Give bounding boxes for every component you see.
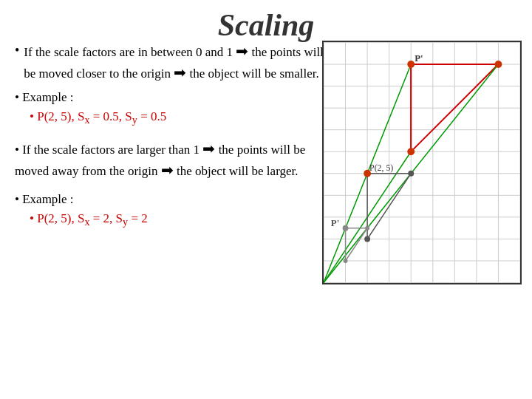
bullet2: • If the scale factors are larger than 1… [15, 138, 325, 181]
svg-point-39 [365, 226, 369, 231]
bullet2-text: • If the scale factors are larger than 1… [15, 143, 305, 178]
svg-text:P': P' [415, 53, 423, 64]
example1-sub: • P(2, 5), Sx = 0.5, Sy = 0.5 [30, 109, 166, 123]
bullet1-text: If the scale factors are in between 0 an… [24, 41, 325, 83]
page-title: Scaling [15, 7, 517, 43]
svg-point-35 [407, 148, 415, 155]
svg-point-33 [407, 61, 415, 68]
example2-section: • Example : • P(2, 5), Sx = 2, Sy = 2 [15, 190, 325, 230]
svg-point-40 [344, 259, 348, 263]
graph-svg: P' P(2, 5) P' [324, 42, 520, 283]
page: Scaling • If the scale factors are in be… [0, 0, 532, 399]
grid-container: P' P(2, 5) P' [322, 41, 522, 284]
svg-point-32 [364, 170, 371, 177]
example2-sub: • P(2, 5), Sx = 2, Sy = 2 [30, 211, 148, 225]
svg-text:P(2, 5): P(2, 5) [369, 163, 393, 173]
svg-point-34 [495, 61, 502, 68]
svg-text:P': P' [331, 218, 339, 228]
svg-point-37 [408, 171, 414, 177]
example1-section: • Example : • P(2, 5), Sx = 0.5, Sy = 0.… [15, 88, 325, 128]
svg-point-38 [364, 236, 370, 242]
bullet1: • If the scale factors are in between 0 … [15, 41, 325, 83]
bullet1-marker: • [15, 41, 19, 60]
example2-label: • Example : [15, 192, 74, 206]
example1-label: • Example : [15, 90, 74, 104]
left-panel: • If the scale factors are in between 0 … [15, 41, 325, 230]
grid-canvas: P' P(2, 5) P' [322, 41, 522, 284]
svg-point-36 [343, 225, 349, 231]
